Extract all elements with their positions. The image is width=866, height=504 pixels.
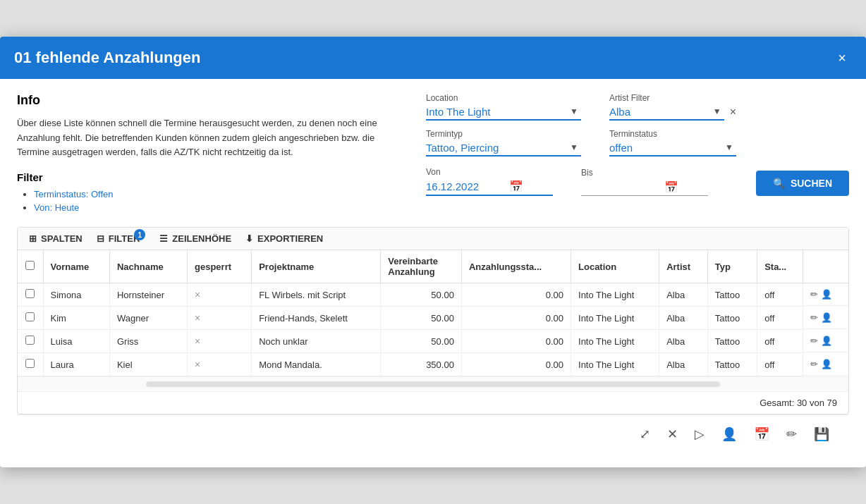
bis-calendar-icon[interactable]: 📅: [664, 180, 678, 194]
artist-select-wrapper: Alba Max Lisa ▼: [609, 106, 724, 121]
row-contact-2[interactable]: 👤: [821, 336, 832, 346]
terminstatus-select[interactable]: offen bestätigt storniert: [609, 142, 736, 154]
row-checkbox-1[interactable]: [18, 307, 43, 330]
header-actions: [803, 250, 848, 283]
header-vorname: Vorname: [43, 250, 109, 283]
filter-item-1: Terminstatus: Offen: [34, 189, 398, 199]
filter-badge: 1: [134, 229, 145, 240]
cancel-button[interactable]: ✕: [664, 424, 681, 445]
header-artist: Artist: [659, 250, 708, 283]
filter-label: Filter: [17, 171, 398, 183]
row-checkbox-3[interactable]: [18, 353, 43, 376]
header-checkbox[interactable]: [18, 250, 43, 283]
close-button[interactable]: ×: [832, 48, 852, 68]
calendar-button[interactable]: 📅: [751, 424, 772, 445]
artist-select[interactable]: Alba Max Lisa: [609, 106, 724, 118]
row-typ-1: Tattoo: [707, 307, 757, 330]
row-artist-0: Alba: [659, 283, 708, 307]
search-btn-container: 🔍 SUCHEN: [736, 165, 849, 196]
filter-list: Terminstatus: Offen Von: Heute: [17, 189, 398, 213]
header-location: Location: [571, 250, 659, 283]
termintyp-select[interactable]: Tattoo, Piercing Tattoo Piercing: [426, 142, 581, 154]
row-artist-1: Alba: [659, 307, 708, 330]
table-footer: Gesamt: 30 von 79: [18, 391, 848, 414]
row-status-0: off: [757, 283, 803, 307]
row-contact-1[interactable]: 👤: [821, 312, 832, 323]
filter-toolbar-item[interactable]: ⊟ FILTER 1: [97, 233, 140, 244]
save-button[interactable]: 💾: [811, 424, 832, 445]
row-check-2[interactable]: [25, 336, 35, 345]
row-projekt-2: Noch unklar: [252, 330, 381, 353]
row-anzahlung-3: 0.00: [461, 353, 571, 376]
row-edit-3[interactable]: ✏: [810, 359, 818, 369]
search-icon: 🔍: [773, 178, 785, 189]
row-anzahlung-1: 0.00: [461, 307, 571, 330]
header-gesperrt: gesperrt: [188, 250, 252, 283]
row-projekt-3: Mond Mandala.: [252, 353, 381, 376]
row-gesperrt-2: ×: [188, 330, 252, 353]
location-group: Location Into The Light Studio 2 Studio …: [426, 93, 581, 121]
row-check-1[interactable]: [25, 312, 35, 321]
horizontal-scrollbar[interactable]: [146, 381, 719, 387]
spalten-toolbar-item[interactable]: ⊞ SPALTEN: [29, 233, 83, 244]
search-button[interactable]: 🔍 SUCHEN: [756, 171, 849, 196]
bottom-toolbar: ⤢ ✕ ▷ 👤 📅 ✏ 💾: [17, 414, 849, 453]
location-label: Location: [426, 93, 581, 103]
row-contact-0[interactable]: 👤: [821, 289, 832, 300]
search-label: SUCHEN: [791, 178, 832, 189]
table-row: Kim Wagner × Friend-Hands, Skelett 50.00…: [18, 307, 848, 330]
von-calendar-icon[interactable]: 📅: [509, 180, 523, 193]
row-check-0[interactable]: [25, 289, 35, 298]
terminstatus-label: Terminstatus: [609, 129, 736, 139]
contact-button[interactable]: 👤: [719, 424, 740, 445]
select-all-checkbox[interactable]: [25, 261, 35, 270]
von-input[interactable]: [426, 180, 504, 192]
spalten-icon: ⊞: [29, 233, 37, 244]
row-checkbox-0[interactable]: [18, 283, 43, 307]
row-vereinbart-0: 50.00: [381, 283, 462, 307]
header-typ: Typ: [707, 250, 757, 283]
terminstatus-select-wrapper: offen bestätigt storniert ▼: [609, 142, 736, 156]
row-artist-2: Alba: [659, 330, 708, 353]
expand-button[interactable]: ⤢: [637, 424, 653, 445]
header-nachname: Nachname: [109, 250, 187, 283]
row-edit-0[interactable]: ✏: [810, 289, 818, 300]
zeilenhoehe-label: ZEILENHÖHE: [172, 233, 231, 244]
row-actions-0: ✏ 👤: [803, 283, 848, 306]
location-select[interactable]: Into The Light Studio 2 Studio 3: [426, 106, 581, 118]
row-check-3[interactable]: [25, 359, 35, 368]
row-status-3: off: [757, 353, 803, 376]
bis-input[interactable]: [581, 181, 659, 193]
row-gesperrt-3: ×: [188, 353, 252, 376]
info-panel: Info Über diese Liste können schnell die…: [17, 93, 398, 216]
row-edit-1[interactable]: ✏: [810, 312, 818, 323]
table-body: Simona Hornsteiner × FL Wirbels. mit Scr…: [18, 283, 848, 376]
dialog-title: 01 fehlende Anzahlungen: [14, 49, 200, 67]
termintyp-group: Termintyp Tattoo, Piercing Tattoo Pierci…: [426, 129, 581, 156]
send-button[interactable]: ▷: [692, 424, 707, 445]
header-projektname: Projektname: [252, 250, 381, 283]
form-row-2: Termintyp Tattoo, Piercing Tattoo Pierci…: [426, 129, 849, 156]
filter-icon: ⊟: [97, 233, 104, 244]
row-gesperrt-1: ×: [188, 307, 252, 330]
edit-button[interactable]: ✏: [783, 424, 800, 445]
row-checkbox-2[interactable]: [18, 330, 43, 353]
zeilenhoehe-toolbar-item[interactable]: ☰ ZEILENHÖHE: [159, 233, 231, 244]
artist-group: Artist Filter Alba Max Lisa ▼ ×: [609, 93, 736, 121]
exportieren-toolbar-item[interactable]: ⬇ EXPORTIEREN: [245, 233, 323, 244]
table-container[interactable]: Vorname Nachname gesperrt Projektname Ve…: [18, 250, 848, 376]
row-location-1: Into The Light: [571, 307, 659, 330]
table-total: Gesamt: 30 von 79: [760, 398, 837, 408]
row-vereinbart-2: 50.00: [381, 330, 462, 353]
row-anzahlung-0: 0.00: [461, 283, 571, 307]
row-vereinbart-3: 350.00: [381, 353, 462, 376]
exportieren-label: EXPORTIEREN: [257, 233, 323, 244]
row-contact-3[interactable]: 👤: [821, 359, 832, 369]
row-edit-2[interactable]: ✏: [810, 336, 818, 346]
row-nachname-3: Kiel: [109, 353, 187, 376]
row-gesperrt-0: ×: [188, 283, 252, 307]
row-vorname-1: Kim: [43, 307, 109, 330]
termintyp-select-wrapper: Tattoo, Piercing Tattoo Piercing ▼: [426, 142, 581, 156]
zeilenhoehe-icon: ☰: [159, 233, 168, 244]
artist-clear-button[interactable]: ×: [730, 106, 736, 121]
